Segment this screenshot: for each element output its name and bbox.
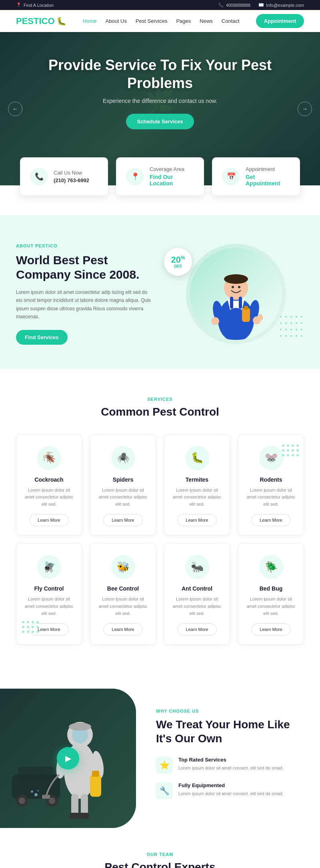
- nav-services[interactable]: Pest Services: [136, 18, 167, 24]
- call-number: (210) 763-6992: [54, 177, 89, 183]
- fly-icon: 🪰: [37, 555, 61, 579]
- info-cards-container: 📞 Call Us Now (210) 763-6992 📍 Coverage …: [0, 157, 320, 195]
- appointment-button[interactable]: Appointment: [256, 14, 304, 28]
- about-heading: World Best Pest Company Since 2008.: [16, 253, 152, 282]
- nav-contact[interactable]: Contact: [222, 18, 240, 24]
- logo[interactable]: PESTICO 🐛: [16, 16, 66, 26]
- about-circle: [186, 244, 286, 344]
- services-grid-row2: 🪰 Fly Control Lorem ipsum dolor sit amet…: [16, 543, 304, 645]
- why-feature-1-title: Top Rated Services: [178, 757, 284, 763]
- ant-desc: Lorem ipsum dolor sit amet consectetur a…: [172, 596, 222, 617]
- team-section: OUR TEAM Pest Control Experts: [0, 828, 320, 868]
- svg-point-24: [292, 454, 294, 456]
- services-wrapper: 🪳 Cockroach Lorem ipsum dolor sit amet c…: [16, 434, 304, 645]
- email-icon: ✉️: [258, 2, 264, 8]
- why-content-block: WHY CHOOSE US We Treat Your Home Like It…: [136, 689, 320, 828]
- termites-desc: Lorem ipsum dolor sit amet consectetur a…: [172, 487, 222, 508]
- hero-heading: Provide Service To Fix Your Pest Problem…: [16, 56, 304, 92]
- navbar: PESTICO 🐛 Home About Us Pest Services Pa…: [0, 10, 320, 32]
- nav-about[interactable]: About Us: [105, 18, 126, 24]
- find-location[interactable]: 📍 Find A Location: [16, 2, 54, 8]
- nav-links: Home About Us Pest Services Pages News C…: [83, 18, 240, 24]
- nav-news[interactable]: News: [200, 18, 213, 24]
- services-section: SERVICES Common Pest Control: [0, 369, 320, 681]
- about-body: Lorem ipsum dolor sit amet consectetur a…: [16, 288, 152, 321]
- hero-next-button[interactable]: →: [298, 102, 312, 116]
- cockroach-name: Cockroach: [24, 476, 74, 483]
- svg-point-18: [282, 449, 284, 452]
- appointment-icon: 📅: [222, 168, 240, 185]
- svg-rect-58: [70, 813, 79, 819]
- hero-subtext: Experience the difference and contact us…: [16, 98, 304, 104]
- about-image-block: 20% OFF: [168, 244, 304, 344]
- rodents-icon: 🐭: [259, 446, 283, 470]
- svg-rect-5: [230, 297, 233, 309]
- hero-prev-button[interactable]: ←: [8, 102, 22, 116]
- info-card-coverage[interactable]: 📍 Coverage Area Find Our Location: [116, 157, 204, 195]
- why-feature-1-desc: Lorem ipsum dolor sit amet consect. elit…: [178, 765, 284, 772]
- svg-point-54: [31, 790, 33, 793]
- svg-rect-59: [79, 813, 89, 819]
- svg-point-9: [211, 317, 219, 325]
- svg-point-53: [34, 793, 38, 796]
- bedbug-icon: 🪲: [259, 555, 283, 579]
- bee-learn-btn[interactable]: Learn More: [103, 623, 142, 635]
- svg-point-15: [287, 444, 289, 447]
- location-pin-icon: 📍: [16, 2, 22, 8]
- svg-point-34: [22, 631, 24, 633]
- about-text-block: ABOUT PESTICO World Best Pest Company Si…: [16, 243, 152, 345]
- coverage-icon: 📍: [126, 168, 144, 185]
- bedbug-learn-btn[interactable]: Learn More: [251, 623, 290, 635]
- fly-desc: Lorem ipsum dolor sit amet consectetur a…: [24, 596, 74, 617]
- bee-name: Bee Control: [98, 585, 148, 592]
- cockroach-learn-btn[interactable]: Learn More: [29, 514, 68, 526]
- svg-point-32: [32, 626, 34, 628]
- discount-pct: 20%: [171, 255, 185, 264]
- service-card-termites: 🐛 Termites Lorem ipsum dolor sit amet co…: [164, 434, 230, 536]
- ant-learn-btn[interactable]: Learn More: [177, 623, 216, 635]
- svg-point-16: [292, 444, 294, 447]
- play-button[interactable]: ▶: [57, 747, 79, 770]
- svg-point-14: [282, 444, 284, 447]
- svg-point-30: [22, 626, 24, 628]
- svg-rect-13: [244, 306, 248, 310]
- spiders-learn-btn[interactable]: Learn More: [103, 514, 142, 526]
- svg-point-3: [232, 286, 234, 288]
- email-info[interactable]: ✉️ Info@example.com: [258, 2, 304, 8]
- call-icon: 📞: [30, 168, 48, 185]
- svg-rect-50: [90, 775, 101, 797]
- rodents-learn-btn[interactable]: Learn More: [251, 514, 290, 526]
- service-card-bee: 🐝 Bee Control Lorem ipsum dolor sit amet…: [90, 543, 156, 645]
- services-grid-row1: 🪳 Cockroach Lorem ipsum dolor sit amet c…: [16, 434, 304, 536]
- spiders-icon: 🕷️: [111, 446, 135, 470]
- top-rated-icon: ⭐: [156, 757, 173, 774]
- services-heading: Common Pest Control: [16, 406, 304, 418]
- termites-learn-btn[interactable]: Learn More: [177, 514, 216, 526]
- svg-point-27: [27, 621, 29, 623]
- services-tag: SERVICES: [16, 397, 304, 402]
- discount-badge: 20% OFF: [164, 248, 192, 276]
- schedule-button[interactable]: Schedule Services: [126, 114, 194, 129]
- svg-point-47: [69, 723, 91, 731]
- bedbug-name: Bed Bug: [246, 585, 296, 592]
- info-card-appointment[interactable]: 📅 Appointment Get Appointment: [212, 157, 300, 195]
- service-card-bedbug: 🪲 Bed Bug Lorem ipsum dolor sit amet con…: [238, 543, 304, 645]
- top-bar: 📍 Find A Location 📞 4008888888 ✉️ Info@e…: [0, 0, 320, 10]
- svg-point-31: [27, 626, 29, 628]
- phone-info[interactable]: 📞 4008888888: [218, 2, 250, 8]
- cockroach-desc: Lorem ipsum dolor sit amet consectetur a…: [24, 487, 74, 508]
- services-dots-top: [280, 442, 300, 460]
- find-services-button[interactable]: Find Services: [16, 330, 68, 345]
- why-feature-2-desc: Lorem ipsum dolor sit amet consect. elit…: [178, 790, 284, 798]
- equipmented-icon: 🔧: [156, 782, 173, 799]
- nav-home[interactable]: Home: [83, 18, 97, 24]
- worker-svg: [196, 252, 276, 340]
- termites-name: Termites: [172, 476, 222, 483]
- why-feature-2: 🔧 Fully Equipmented Lorem ipsum dolor si…: [156, 782, 304, 799]
- phone-icon: 📞: [218, 2, 224, 8]
- why-feature-1-text: Top Rated Services Lorem ipsum dolor sit…: [178, 757, 284, 772]
- info-card-call[interactable]: 📞 Call Us Now (210) 763-6992: [20, 157, 108, 195]
- coverage-label: Coverage Area: [150, 166, 194, 172]
- nav-pages[interactable]: Pages: [176, 18, 191, 24]
- svg-point-26: [22, 621, 24, 623]
